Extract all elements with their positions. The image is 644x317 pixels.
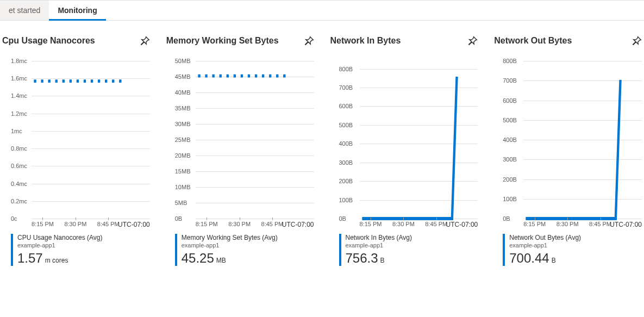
tab-label: et started	[9, 6, 40, 15]
chart-title: Network In Bytes	[330, 36, 401, 46]
ytick: 800B	[339, 66, 353, 72]
legend-unit: m cores	[45, 257, 68, 264]
ytick: 25MB	[175, 136, 191, 143]
legend-name: CPU Usage Nanocores (Avg)	[17, 234, 150, 241]
legend-value: 756.3	[346, 251, 378, 265]
chart-legend: Memory Working Set Bytes (Avg) example-a…	[175, 234, 314, 266]
legend-value: 45.25	[182, 251, 214, 265]
xtick: 8:15 PM	[196, 221, 218, 227]
pin-icon[interactable]	[140, 36, 150, 46]
ytick: 0.8mc	[11, 145, 27, 152]
tab-get-started[interactable]: et started	[0, 1, 49, 20]
ytick: 5MB	[175, 200, 187, 206]
chart-plot[interactable]: 1.8mc 1.6mc 1.4mc 1.2mc 1mc 0.8mc 0.6mc …	[2, 61, 150, 219]
ytick: 700B	[339, 84, 353, 91]
ytick: 30MB	[175, 121, 191, 127]
chart-network-in: Network In Bytes 800B 700B 600B 500B 400…	[330, 36, 478, 266]
pin-icon[interactable]	[632, 36, 642, 46]
ytick: 15MB	[175, 168, 191, 175]
chart-legend: Network Out Bytes (Avg) example-app1 700…	[503, 234, 642, 266]
chart-plot[interactable]: 800B 700B 600B 500B 400B 300B 200B 100B …	[494, 61, 642, 219]
timezone-label: UTC-07:00	[282, 221, 314, 228]
chart-cpu-usage: Cpu Usage Nanocores 1.8mc 1.6mc 1.4mc 1.…	[2, 36, 150, 266]
legend-unit: B	[380, 257, 385, 264]
chart-series	[196, 61, 314, 219]
timezone-label: UTC-07:00	[446, 221, 478, 228]
xtick: 8:45 PM	[425, 221, 447, 227]
xtick: 8:30 PM	[228, 221, 251, 227]
ytick: 0.2mc	[11, 198, 27, 204]
ytick: 50MB	[175, 58, 191, 64]
ytick: 10MB	[175, 184, 191, 190]
charts-row: Cpu Usage Nanocores 1.8mc 1.6mc 1.4mc 1.…	[0, 21, 644, 271]
ytick: 600B	[339, 103, 353, 109]
timezone-label: UTC-07:00	[118, 221, 150, 228]
ytick: 400B	[503, 136, 517, 143]
xtick: 8:30 PM	[64, 221, 86, 227]
legend-value: 700.44	[509, 251, 549, 265]
xtick: 8:45 PM	[589, 221, 611, 227]
ytick: 1.6mc	[11, 75, 27, 82]
legend-name: Network Out Bytes (Avg)	[509, 234, 642, 241]
chart-memory-working-set: Memory Working Set Bytes 50MB 45MB 40MB …	[166, 36, 314, 266]
tab-label: Monitoring	[58, 6, 97, 15]
xtick: 8:15 PM	[523, 221, 546, 227]
chart-legend: Network In Bytes (Avg) example-app1 756.…	[339, 234, 478, 266]
chart-series	[523, 61, 642, 219]
chart-title: Cpu Usage Nanocores	[2, 36, 95, 46]
ytick: 45MB	[175, 73, 191, 80]
xtick: 8:30 PM	[557, 221, 579, 227]
ytick: 300B	[339, 159, 353, 166]
ytick: 300B	[503, 156, 517, 163]
legend-name: Network In Bytes (Avg)	[346, 234, 478, 241]
xtick: 8:15 PM	[360, 221, 382, 227]
legend-app: example-app1	[17, 242, 150, 248]
legend-unit: MB	[216, 257, 226, 264]
legend-app: example-app1	[509, 242, 642, 248]
ytick: 500B	[503, 117, 517, 123]
pin-icon[interactable]	[468, 36, 478, 46]
ytick: 1.2mc	[11, 110, 27, 117]
xtick: 8:30 PM	[392, 221, 415, 227]
xtick: 8:45 PM	[97, 221, 120, 227]
tab-bar: et started Monitoring	[0, 0, 644, 21]
ytick: 200B	[339, 178, 353, 184]
ytick: 0.6mc	[11, 163, 27, 169]
xtick: 8:45 PM	[261, 221, 284, 227]
chart-plot[interactable]: 50MB 45MB 40MB 35MB 30MB 25MB 20MB 15MB …	[166, 61, 314, 219]
ytick: 500B	[339, 122, 353, 128]
chart-series	[360, 61, 478, 219]
pin-icon[interactable]	[304, 36, 314, 46]
legend-name: Memory Working Set Bytes (Avg)	[182, 234, 314, 241]
ytick: 1.4mc	[11, 92, 27, 99]
chart-legend: CPU Usage Nanocores (Avg) example-app1 1…	[11, 234, 150, 266]
ytick: 20MB	[175, 152, 191, 159]
xtick: 8:15 PM	[32, 221, 54, 227]
legend-app: example-app1	[182, 242, 314, 248]
chart-title: Memory Working Set Bytes	[166, 36, 279, 46]
legend-unit: B	[552, 257, 556, 264]
legend-value: 1.57	[17, 251, 43, 265]
ytick: 100B	[503, 196, 517, 202]
chart-network-out: Network Out Bytes 800B 700B 600B 500B 40…	[494, 36, 642, 266]
chart-series	[32, 61, 150, 219]
ytick: 0.4mc	[11, 181, 27, 187]
ytick: 400B	[339, 140, 353, 147]
ytick: 800B	[503, 58, 517, 64]
timezone-label: UTC-07:00	[610, 221, 642, 228]
ytick: 40MB	[175, 89, 191, 96]
ytick: 1.8mc	[11, 58, 27, 64]
legend-app: example-app1	[346, 242, 478, 248]
ytick: 200B	[503, 176, 517, 183]
ytick: 1mc	[11, 128, 22, 134]
ytick: 100B	[339, 197, 353, 203]
ytick: 35MB	[175, 105, 191, 111]
chart-plot[interactable]: 800B 700B 600B 500B 400B 300B 200B 100B …	[330, 61, 478, 219]
chart-title: Network Out Bytes	[494, 36, 572, 46]
tab-monitoring[interactable]: Monitoring	[49, 1, 105, 20]
ytick: 600B	[503, 97, 517, 104]
ytick: 700B	[503, 77, 517, 84]
